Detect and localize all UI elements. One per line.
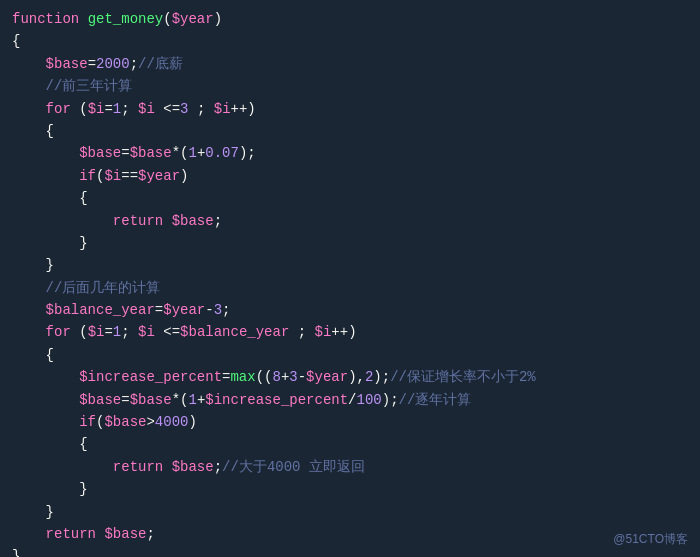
code-line-23: } bbox=[12, 501, 688, 523]
code-line-14: $balance_year=$year-3; bbox=[12, 299, 688, 321]
code-line-12: } bbox=[12, 254, 688, 276]
code-line-25: } bbox=[12, 545, 688, 557]
code-line-24: return $base; bbox=[12, 523, 688, 545]
code-line-6: { bbox=[12, 120, 688, 142]
code-line-17: $increase_percent=max((8+3-$year),2);//保… bbox=[12, 366, 688, 388]
code-editor: function get_money($year) { $base=2000;/… bbox=[0, 0, 700, 557]
code-line-8: if($i==$year) bbox=[12, 165, 688, 187]
code-line-13: //后面几年的计算 bbox=[12, 277, 688, 299]
code-line-5: for ($i=1; $i <=3 ; $i++) bbox=[12, 98, 688, 120]
code-line-20: { bbox=[12, 433, 688, 455]
code-line-10: return $base; bbox=[12, 210, 688, 232]
code-line-2: { bbox=[12, 30, 688, 52]
code-line-9: { bbox=[12, 187, 688, 209]
code-line-21: return $base;//大于4000 立即返回 bbox=[12, 456, 688, 478]
code-line-18: $base=$base*(1+$increase_percent/100);//… bbox=[12, 389, 688, 411]
code-line-22: } bbox=[12, 478, 688, 500]
code-line-7: $base=$base*(1+0.07); bbox=[12, 142, 688, 164]
code-line-1: function get_money($year) bbox=[12, 8, 688, 30]
code-line-3: $base=2000;//底薪 bbox=[12, 53, 688, 75]
code-line-16: { bbox=[12, 344, 688, 366]
code-line-15: for ($i=1; $i <=$balance_year ; $i++) bbox=[12, 321, 688, 343]
code-line-11: } bbox=[12, 232, 688, 254]
code-line-4: //前三年计算 bbox=[12, 75, 688, 97]
code-line-19: if($base>4000) bbox=[12, 411, 688, 433]
watermark-label: @51CTO博客 bbox=[613, 530, 688, 549]
